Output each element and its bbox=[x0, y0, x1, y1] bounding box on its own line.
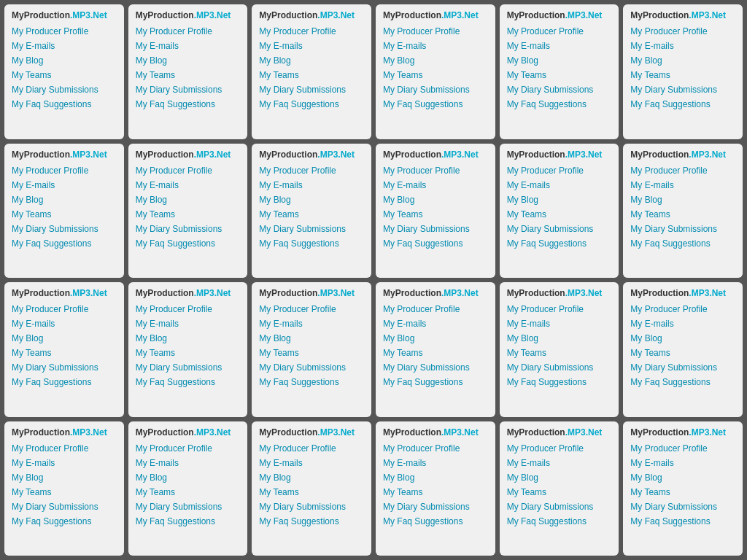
card-link-my-teams[interactable]: My Teams bbox=[136, 69, 241, 82]
card-link-my-blog[interactable]: My Blog bbox=[12, 193, 117, 206]
card-link-my-teams[interactable]: My Teams bbox=[630, 346, 735, 359]
card-link-my-producer-profile[interactable]: My Producer Profile bbox=[383, 25, 488, 38]
card-link-my-blog[interactable]: My Blog bbox=[630, 193, 735, 206]
card-link-my-producer-profile[interactable]: My Producer Profile bbox=[12, 25, 117, 38]
card-link-my-producer-profile[interactable]: My Producer Profile bbox=[136, 303, 241, 316]
card-link-my-diary-submissions[interactable]: My Diary Submissions bbox=[136, 361, 241, 374]
card-link-my-teams[interactable]: My Teams bbox=[259, 208, 364, 221]
card-link-my-diary-submissions[interactable]: My Diary Submissions bbox=[259, 361, 364, 374]
card-link-my-teams[interactable]: My Teams bbox=[259, 486, 364, 499]
card-link-my-faq-suggestions[interactable]: My Faq Suggestions bbox=[507, 376, 612, 389]
card-link-my-diary-submissions[interactable]: My Diary Submissions bbox=[630, 83, 735, 96]
card-link-my-blog[interactable]: My Blog bbox=[259, 193, 364, 206]
card-link-my-producer-profile[interactable]: My Producer Profile bbox=[383, 303, 488, 316]
card-link-my-e-mails[interactable]: My E-mails bbox=[136, 39, 241, 52]
card-link-my-producer-profile[interactable]: My Producer Profile bbox=[136, 442, 241, 455]
card-link-my-producer-profile[interactable]: My Producer Profile bbox=[630, 164, 735, 177]
card-link-my-blog[interactable]: My Blog bbox=[136, 54, 241, 67]
card-link-my-producer-profile[interactable]: My Producer Profile bbox=[12, 303, 117, 316]
card-link-my-teams[interactable]: My Teams bbox=[383, 486, 488, 499]
card-link-my-producer-profile[interactable]: My Producer Profile bbox=[507, 164, 612, 177]
card-link-my-diary-submissions[interactable]: My Diary Submissions bbox=[383, 361, 488, 374]
card-link-my-producer-profile[interactable]: My Producer Profile bbox=[259, 442, 364, 455]
card-link-my-blog[interactable]: My Blog bbox=[630, 332, 735, 345]
card-link-my-e-mails[interactable]: My E-mails bbox=[507, 456, 612, 470]
card-link-my-e-mails[interactable]: My E-mails bbox=[630, 456, 735, 470]
card-link-my-e-mails[interactable]: My E-mails bbox=[259, 179, 364, 192]
card-link-my-blog[interactable]: My Blog bbox=[383, 54, 488, 67]
card-link-my-faq-suggestions[interactable]: My Faq Suggestions bbox=[630, 98, 735, 111]
card-link-my-e-mails[interactable]: My E-mails bbox=[383, 456, 488, 470]
card-link-my-faq-suggestions[interactable]: My Faq Suggestions bbox=[12, 376, 117, 389]
card-link-my-e-mails[interactable]: My E-mails bbox=[259, 39, 364, 52]
card-link-my-teams[interactable]: My Teams bbox=[507, 69, 612, 82]
card-link-my-teams[interactable]: My Teams bbox=[630, 486, 735, 499]
card-link-my-faq-suggestions[interactable]: My Faq Suggestions bbox=[383, 98, 488, 111]
card-link-my-e-mails[interactable]: My E-mails bbox=[259, 317, 364, 330]
card-link-my-teams[interactable]: My Teams bbox=[12, 486, 117, 499]
card-link-my-producer-profile[interactable]: My Producer Profile bbox=[12, 442, 117, 455]
card-link-my-teams[interactable]: My Teams bbox=[383, 69, 488, 82]
card-link-my-e-mails[interactable]: My E-mails bbox=[12, 317, 117, 330]
card-link-my-teams[interactable]: My Teams bbox=[630, 69, 735, 82]
card-link-my-producer-profile[interactable]: My Producer Profile bbox=[507, 25, 612, 38]
card-link-my-diary-submissions[interactable]: My Diary Submissions bbox=[630, 500, 735, 513]
card-link-my-faq-suggestions[interactable]: My Faq Suggestions bbox=[259, 98, 364, 111]
card-link-my-producer-profile[interactable]: My Producer Profile bbox=[507, 442, 612, 455]
card-link-my-teams[interactable]: My Teams bbox=[12, 346, 117, 359]
card-link-my-teams[interactable]: My Teams bbox=[136, 208, 241, 221]
card-link-my-faq-suggestions[interactable]: My Faq Suggestions bbox=[507, 237, 612, 250]
card-link-my-faq-suggestions[interactable]: My Faq Suggestions bbox=[383, 376, 488, 389]
card-link-my-blog[interactable]: My Blog bbox=[259, 54, 364, 67]
card-link-my-diary-submissions[interactable]: My Diary Submissions bbox=[136, 222, 241, 236]
card-link-my-e-mails[interactable]: My E-mails bbox=[136, 317, 241, 330]
card-link-my-diary-submissions[interactable]: My Diary Submissions bbox=[259, 83, 364, 96]
card-link-my-faq-suggestions[interactable]: My Faq Suggestions bbox=[630, 237, 735, 250]
card-link-my-producer-profile[interactable]: My Producer Profile bbox=[630, 442, 735, 455]
card-link-my-diary-submissions[interactable]: My Diary Submissions bbox=[383, 83, 488, 96]
card-link-my-teams[interactable]: My Teams bbox=[383, 346, 488, 359]
card-link-my-diary-submissions[interactable]: My Diary Submissions bbox=[507, 500, 612, 513]
card-link-my-producer-profile[interactable]: My Producer Profile bbox=[259, 303, 364, 316]
card-link-my-teams[interactable]: My Teams bbox=[630, 208, 735, 221]
card-link-my-faq-suggestions[interactable]: My Faq Suggestions bbox=[136, 376, 241, 389]
card-link-my-e-mails[interactable]: My E-mails bbox=[12, 39, 117, 52]
card-link-my-blog[interactable]: My Blog bbox=[12, 332, 117, 345]
card-link-my-faq-suggestions[interactable]: My Faq Suggestions bbox=[12, 237, 117, 250]
card-link-my-producer-profile[interactable]: My Producer Profile bbox=[630, 25, 735, 38]
card-link-my-diary-submissions[interactable]: My Diary Submissions bbox=[12, 361, 117, 374]
card-link-my-e-mails[interactable]: My E-mails bbox=[383, 39, 488, 52]
card-link-my-blog[interactable]: My Blog bbox=[630, 471, 735, 484]
card-link-my-diary-submissions[interactable]: My Diary Submissions bbox=[136, 83, 241, 96]
card-link-my-e-mails[interactable]: My E-mails bbox=[630, 179, 735, 192]
card-link-my-faq-suggestions[interactable]: My Faq Suggestions bbox=[630, 515, 735, 528]
card-link-my-e-mails[interactable]: My E-mails bbox=[383, 179, 488, 192]
card-link-my-teams[interactable]: My Teams bbox=[12, 69, 117, 82]
card-link-my-faq-suggestions[interactable]: My Faq Suggestions bbox=[12, 515, 117, 528]
card-link-my-diary-submissions[interactable]: My Diary Submissions bbox=[383, 222, 488, 236]
card-link-my-blog[interactable]: My Blog bbox=[383, 471, 488, 484]
card-link-my-teams[interactable]: My Teams bbox=[259, 346, 364, 359]
card-link-my-teams[interactable]: My Teams bbox=[507, 346, 612, 359]
card-link-my-teams[interactable]: My Teams bbox=[136, 486, 241, 499]
card-link-my-faq-suggestions[interactable]: My Faq Suggestions bbox=[12, 98, 117, 111]
card-link-my-diary-submissions[interactable]: My Diary Submissions bbox=[507, 361, 612, 374]
card-link-my-blog[interactable]: My Blog bbox=[383, 332, 488, 345]
card-link-my-e-mails[interactable]: My E-mails bbox=[12, 456, 117, 470]
card-link-my-producer-profile[interactable]: My Producer Profile bbox=[383, 164, 488, 177]
card-link-my-blog[interactable]: My Blog bbox=[12, 54, 117, 67]
card-link-my-diary-submissions[interactable]: My Diary Submissions bbox=[259, 222, 364, 236]
card-link-my-blog[interactable]: My Blog bbox=[136, 471, 241, 484]
card-link-my-teams[interactable]: My Teams bbox=[507, 486, 612, 499]
card-link-my-blog[interactable]: My Blog bbox=[383, 193, 488, 206]
card-link-my-e-mails[interactable]: My E-mails bbox=[630, 39, 735, 52]
card-link-my-faq-suggestions[interactable]: My Faq Suggestions bbox=[259, 237, 364, 250]
card-link-my-e-mails[interactable]: My E-mails bbox=[259, 456, 364, 470]
card-link-my-teams[interactable]: My Teams bbox=[136, 346, 241, 359]
card-link-my-faq-suggestions[interactable]: My Faq Suggestions bbox=[507, 98, 612, 111]
card-link-my-teams[interactable]: My Teams bbox=[383, 208, 488, 221]
card-link-my-producer-profile[interactable]: My Producer Profile bbox=[259, 164, 364, 177]
card-link-my-blog[interactable]: My Blog bbox=[507, 471, 612, 484]
card-link-my-e-mails[interactable]: My E-mails bbox=[12, 179, 117, 192]
card-link-my-e-mails[interactable]: My E-mails bbox=[507, 39, 612, 52]
